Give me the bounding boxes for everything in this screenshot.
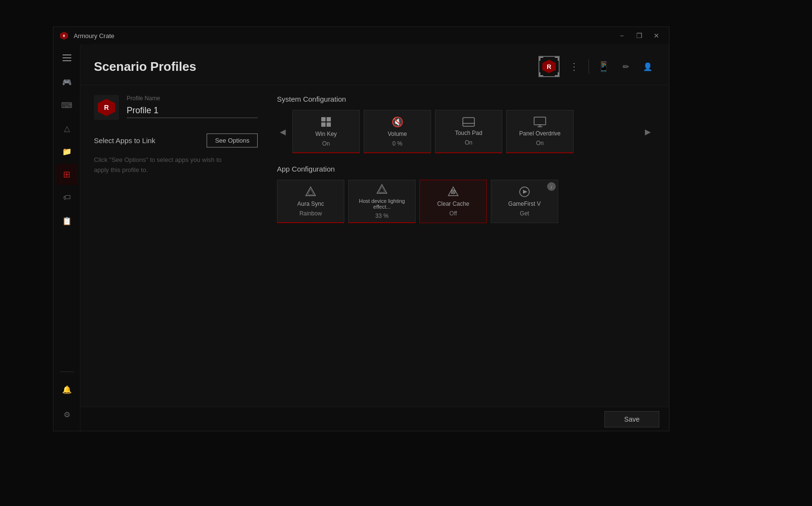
win-key-card[interactable]: Win Key On bbox=[292, 110, 360, 153]
save-button[interactable]: Save bbox=[604, 411, 659, 427]
host-device-name: Host device lighting effect... bbox=[349, 198, 415, 210]
select-apps-label: Select Apps to Link bbox=[94, 136, 156, 145]
sidebar-item-keyboard[interactable]: ⌨ bbox=[56, 94, 78, 116]
app-config-cards: Aura Sync Rainbow bbox=[277, 180, 654, 223]
footer-bar: Save bbox=[80, 407, 669, 431]
touch-pad-card[interactable]: Touch Pad On bbox=[435, 110, 502, 153]
device-icon[interactable]: 📱 bbox=[596, 59, 611, 74]
rog-logo-frame: R bbox=[538, 56, 560, 77]
hamburger-line-1 bbox=[63, 54, 71, 55]
sidebar-item-media[interactable]: 📁 bbox=[56, 141, 78, 162]
app-title: Armoury Crate bbox=[74, 32, 115, 40]
clear-cache-icon bbox=[447, 186, 459, 198]
app-window: R Armoury Crate − ❐ ✕ 🎮 ⌨ bbox=[53, 27, 669, 431]
svg-marker-12 bbox=[306, 187, 315, 196]
svg-text:R: R bbox=[63, 34, 65, 38]
system-config-title: System Configuration bbox=[277, 95, 654, 103]
svg-marker-13 bbox=[308, 189, 314, 195]
system-config-section: System Configuration ◀ bbox=[277, 95, 654, 153]
sidebar-item-scenario[interactable]: ⊞ bbox=[56, 164, 78, 185]
aura-sync-value: Rainbow bbox=[300, 210, 322, 217]
host-device-value: 33 % bbox=[375, 213, 388, 219]
sidebar-item-notifications[interactable]: 🔔 bbox=[56, 379, 78, 400]
sidebar-divider bbox=[60, 372, 74, 372]
aura-icon: △ bbox=[64, 124, 70, 133]
gaming-icon: 🎮 bbox=[62, 78, 72, 87]
select-apps-section: Select Apps to Link See Options Click "S… bbox=[94, 133, 258, 175]
clear-cache-card[interactable]: Clear Cache Off bbox=[419, 180, 487, 223]
panel-overdrive-card[interactable]: Panel Overdrive On bbox=[506, 110, 574, 153]
rog-logo: R bbox=[542, 60, 556, 73]
host-device-card[interactable]: Host device lighting effect... 33 % bbox=[348, 180, 416, 223]
win-key-value: On bbox=[322, 140, 330, 147]
hamburger-line-2 bbox=[63, 57, 71, 58]
volume-card[interactable]: 🔇 Volume 0 % bbox=[364, 110, 431, 153]
scenario-icon: ⊞ bbox=[63, 169, 70, 180]
notification-icon: 🔔 bbox=[62, 385, 72, 394]
close-button[interactable]: ✕ bbox=[650, 31, 663, 40]
profile-name-input[interactable] bbox=[127, 104, 258, 118]
title-bar-controls: − ❐ ✕ bbox=[615, 31, 663, 40]
svg-rect-2 bbox=[321, 117, 326, 121]
app-config-title: App Configuration bbox=[277, 165, 654, 173]
app-config-section: App Configuration bbox=[277, 165, 654, 223]
svg-rect-4 bbox=[321, 122, 326, 127]
sidebar-item-aura[interactable]: △ bbox=[56, 118, 78, 139]
profile-name-label: Profile Name bbox=[127, 95, 258, 102]
corner-br bbox=[555, 72, 559, 76]
svg-rect-6 bbox=[463, 118, 474, 126]
sidebar-item-settings[interactable]: ⚙ bbox=[56, 404, 78, 425]
aura-sync-icon bbox=[305, 186, 316, 198]
prev-arrow[interactable]: ◀ bbox=[277, 126, 288, 137]
aura-sync-card[interactable]: Aura Sync Rainbow bbox=[277, 180, 344, 223]
hamburger-line-3 bbox=[63, 60, 71, 61]
user-icon[interactable]: 👤 bbox=[640, 59, 655, 74]
right-panel: System Configuration ◀ bbox=[277, 95, 655, 397]
panel-overdrive-value: On bbox=[536, 140, 544, 146]
aura-sync-name: Aura Sync bbox=[297, 200, 324, 207]
system-config-cards: Win Key On 🔇 Volume 0 % bbox=[292, 110, 638, 153]
select-apps-row: Select Apps to Link See Options bbox=[94, 133, 258, 147]
keyboard-icon: ⌨ bbox=[61, 101, 72, 110]
touch-pad-value: On bbox=[465, 139, 472, 146]
left-panel: R Profile Name Select Apps to Link See O… bbox=[94, 95, 258, 397]
sidebar-bottom: 🔔 ⚙ bbox=[56, 368, 78, 426]
next-arrow[interactable]: ▶ bbox=[642, 126, 654, 137]
edit-icon[interactable]: ✏ bbox=[618, 59, 633, 74]
host-device-icon bbox=[376, 184, 388, 195]
corner-bl bbox=[539, 72, 543, 76]
profile-section: R Profile Name bbox=[94, 95, 258, 120]
volume-name: Volume bbox=[388, 131, 407, 137]
main-content: Scenario Profiles R ⋮ 📱 ✏ bbox=[80, 44, 669, 431]
more-options-button[interactable]: ⋮ bbox=[566, 59, 582, 74]
gamefirst-card[interactable]: ↓ GameFirst V Get bbox=[491, 180, 558, 223]
touch-pad-icon bbox=[462, 117, 475, 127]
profile-icon: R bbox=[94, 95, 119, 120]
svg-rect-5 bbox=[327, 122, 331, 127]
system-config-grid: ◀ bbox=[277, 110, 654, 153]
restore-button[interactable]: ❐ bbox=[632, 31, 646, 40]
win-key-name: Win Key bbox=[315, 131, 337, 137]
gamefirst-icon bbox=[519, 186, 530, 198]
tag-icon: 🏷 bbox=[63, 193, 71, 202]
panel-overdrive-icon bbox=[534, 117, 546, 127]
menu-button[interactable] bbox=[57, 49, 77, 67]
sidebar: 🎮 ⌨ △ 📁 ⊞ 🏷 📋 🔔 bbox=[53, 44, 80, 431]
top-icons-row: R ⋮ 📱 ✏ 👤 bbox=[538, 56, 655, 77]
gamefirst-name: GameFirst V bbox=[508, 200, 540, 207]
page-header: Scenario Profiles R ⋮ 📱 ✏ bbox=[80, 44, 669, 85]
sidebar-item-gaming[interactable]: 🎮 bbox=[56, 71, 78, 93]
title-bar: R Armoury Crate − ❐ ✕ bbox=[53, 27, 669, 44]
svg-marker-15 bbox=[379, 186, 385, 192]
see-options-button[interactable]: See Options bbox=[207, 133, 258, 147]
app-config-grid: Aura Sync Rainbow bbox=[277, 180, 654, 223]
sidebar-item-tag[interactable]: 🏷 bbox=[56, 187, 78, 208]
sidebar-item-manual[interactable]: 📋 bbox=[56, 210, 78, 231]
svg-marker-14 bbox=[377, 185, 387, 193]
title-bar-left: R Armoury Crate bbox=[59, 31, 115, 40]
volume-value: 0 % bbox=[393, 140, 403, 147]
corner-tr bbox=[555, 57, 559, 61]
minimize-button[interactable]: − bbox=[615, 31, 629, 40]
apps-hint: Click "See Options" to select apps you w… bbox=[94, 155, 258, 175]
corner-tl bbox=[539, 57, 543, 61]
